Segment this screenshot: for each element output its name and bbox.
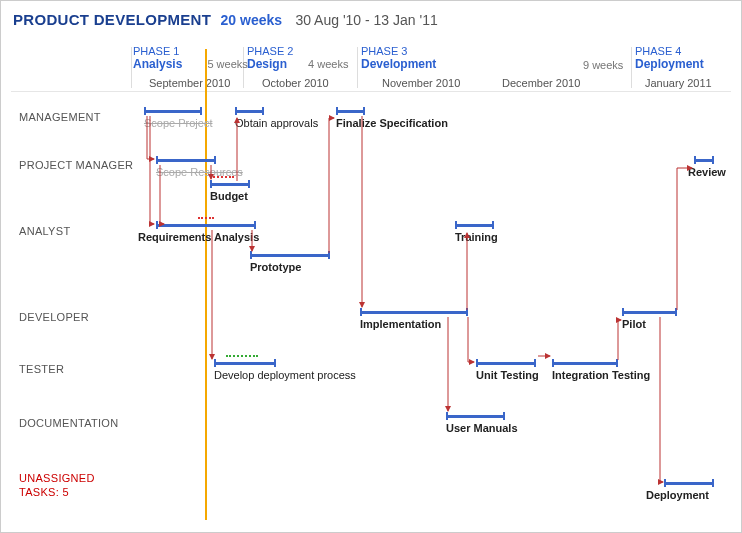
phase-4-label: PHASE 4 Deployment xyxy=(635,45,704,71)
phase-name: Deployment xyxy=(635,57,704,71)
task-label: Pilot xyxy=(622,318,646,330)
chart-header: PRODUCT DEVELOPMENT 20 weeks 30 Aug '10 … xyxy=(13,11,438,28)
phase-num: PHASE 3 xyxy=(361,45,436,57)
phase-1-label: PHASE 1 Analysis 5 weeks xyxy=(133,45,248,71)
phase-weeks: 5 weeks xyxy=(207,58,247,70)
phase-num: PHASE 4 xyxy=(635,45,704,57)
task-label: Scope Project xyxy=(144,117,212,129)
phase-weeks: 9 weeks xyxy=(583,59,623,71)
phase-weeks: 4 weeks xyxy=(308,58,348,70)
month-label: October 2010 xyxy=(262,77,329,89)
chart-duration: 20 weeks xyxy=(221,12,283,28)
phase-separator xyxy=(131,47,132,88)
month-label: December 2010 xyxy=(502,77,580,89)
task-label: Obtain approvals xyxy=(235,117,318,129)
task-label: Integration Testing xyxy=(552,369,650,381)
phase-name: Development xyxy=(361,57,436,71)
phase-num: PHASE 2 xyxy=(247,45,348,57)
phase-name: Analysis xyxy=(133,57,182,71)
swimlane-label-documentation: DOCUMENTATION xyxy=(19,417,118,429)
task-label: Deployment xyxy=(646,489,709,501)
phase-name: Design xyxy=(247,57,287,71)
task-label: Unit Testing xyxy=(476,369,539,381)
divider xyxy=(11,91,731,92)
task-label: Develop deployment process xyxy=(214,369,356,381)
month-label: November 2010 xyxy=(382,77,460,89)
unassigned-label: UNASSIGNED TASKS: 5 xyxy=(19,471,95,499)
phase-separator xyxy=(357,47,358,88)
phase-3-label: PHASE 3 Development 9 weeks xyxy=(361,45,436,71)
phase-separator xyxy=(631,47,632,88)
unassigned-line2: TASKS: 5 xyxy=(19,485,95,499)
swimlane-label-project-manager: PROJECT MANAGER xyxy=(19,159,133,171)
task-label: Review xyxy=(688,166,726,178)
swimlane-label-management: MANAGEMENT xyxy=(19,111,101,123)
chart-title: PRODUCT DEVELOPMENT xyxy=(13,11,211,28)
phase-2-label: PHASE 2 Design 4 weeks xyxy=(247,45,348,71)
task-label: Finalize Specification xyxy=(336,117,448,129)
swimlane-label-analyst: ANALYST xyxy=(19,225,70,237)
chart-daterange: 30 Aug '10 - 13 Jan '11 xyxy=(295,12,437,28)
month-label: September 2010 xyxy=(149,77,230,89)
swimlane-label-developer: DEVELOPER xyxy=(19,311,89,323)
unassigned-line1: UNASSIGNED xyxy=(19,471,95,485)
task-label: Prototype xyxy=(250,261,301,273)
swimlane-label-tester: TESTER xyxy=(19,363,64,375)
task-label: Implementation xyxy=(360,318,441,330)
task-label: User Manuals xyxy=(446,422,518,434)
task-label: Training xyxy=(455,231,498,243)
month-label: January 2011 xyxy=(645,77,712,89)
task-label: Budget xyxy=(210,190,248,202)
phase-num: PHASE 1 xyxy=(133,45,248,57)
task-label: Requirements Analysis xyxy=(138,231,259,243)
